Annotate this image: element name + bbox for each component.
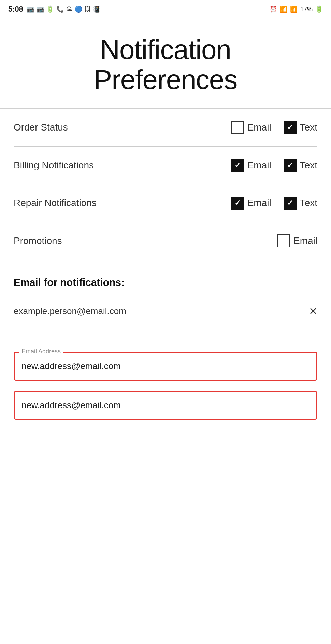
- circle-icon: 🔵: [75, 5, 82, 13]
- repair-notifications-row: Repair Notifications ✓ Email ✓ Text: [14, 184, 317, 222]
- email-address-input-wrapper: Email Address: [14, 352, 317, 381]
- billing-text-label: Text: [300, 160, 317, 171]
- voicemail-icon: 📞: [56, 5, 64, 13]
- status-icons: 📷 📷 🔋 📞 🌤 🔵 🖼 📳: [27, 5, 101, 13]
- email-section-title: Email for notifications:: [14, 277, 317, 288]
- order-status-email-option[interactable]: Email: [231, 121, 271, 134]
- existing-email-item: example.person@email.com ✕: [14, 298, 317, 324]
- repair-text-option[interactable]: ✓ Text: [284, 197, 317, 210]
- promotions-email-label: Email: [293, 235, 317, 246]
- status-left: 5:08 📷 📷 🔋 📞 🌤 🔵 🖼 📳: [8, 5, 101, 14]
- confirm-email-input-wrapper: [14, 391, 317, 420]
- billing-notifications-row: Billing Notifications ✓ Email ✓ Text: [14, 147, 317, 184]
- billing-notifications-options: ✓ Email ✓ Text: [231, 159, 317, 172]
- existing-email-text: example.person@email.com: [14, 306, 126, 317]
- app-icon: 📳: [93, 5, 101, 13]
- promotions-email-checkbox[interactable]: [277, 234, 290, 247]
- page-title-area: NotificationPreferences: [0, 18, 331, 108]
- billing-notifications-label: Billing Notifications: [14, 160, 94, 171]
- order-status-row: Order Status Email ✓ Text: [14, 109, 317, 147]
- confirm-email-input[interactable]: [15, 392, 316, 419]
- repair-email-label: Email: [247, 198, 271, 209]
- status-time: 5:08: [8, 5, 23, 14]
- notification-list: Order Status Email ✓ Text Billing Notifi…: [0, 109, 331, 260]
- email-address-input[interactable]: [15, 353, 316, 380]
- order-status-text-label: Text: [300, 122, 317, 133]
- remove-email-button[interactable]: ✕: [309, 306, 317, 317]
- order-status-options: Email ✓ Text: [231, 121, 317, 134]
- billing-text-option[interactable]: ✓ Text: [284, 159, 317, 172]
- signal-icon: 📶: [290, 5, 298, 13]
- wifi-icon: 📶: [280, 5, 287, 13]
- promotions-options: Email: [277, 234, 317, 247]
- billing-email-option[interactable]: ✓ Email: [231, 159, 271, 172]
- promotions-label: Promotions: [14, 235, 62, 246]
- confirm-email-input-group: [14, 391, 317, 420]
- check-icon: ✓: [234, 199, 241, 207]
- image-icon: 🖼: [85, 6, 91, 13]
- instagram2-icon: 📷: [37, 5, 44, 13]
- check-icon: ✓: [287, 162, 293, 169]
- email-section: Email for notifications: example.person@…: [0, 260, 331, 338]
- repair-text-checkbox[interactable]: ✓: [284, 197, 297, 210]
- order-status-text-checkbox[interactable]: ✓: [284, 121, 297, 134]
- email-address-input-group: Email Address: [14, 352, 317, 381]
- alarm-icon: ⏰: [270, 5, 277, 13]
- billing-text-checkbox[interactable]: ✓: [284, 159, 297, 172]
- check-icon: ✓: [287, 199, 293, 207]
- repair-email-option[interactable]: ✓ Email: [231, 197, 271, 210]
- billing-email-checkbox[interactable]: ✓: [231, 159, 244, 172]
- status-bar: 5:08 📷 📷 🔋 📞 🌤 🔵 🖼 📳 ⏰ 📶 📶 17% 🔋: [0, 0, 331, 18]
- check-icon: ✓: [287, 124, 293, 131]
- promotions-email-option[interactable]: Email: [277, 234, 317, 247]
- repair-text-label: Text: [300, 198, 317, 209]
- battery-save-icon: 🔋: [46, 5, 54, 13]
- repair-email-checkbox[interactable]: ✓: [231, 197, 244, 210]
- repair-notifications-label: Repair Notifications: [14, 198, 97, 209]
- repair-notifications-options: ✓ Email ✓ Text: [231, 197, 317, 210]
- email-address-float-label: Email Address: [19, 348, 63, 355]
- promotions-row: Promotions Email: [14, 222, 317, 260]
- billing-email-label: Email: [247, 160, 271, 171]
- order-status-email-label: Email: [247, 122, 271, 133]
- weather-icon: 🌤: [66, 6, 72, 13]
- order-status-email-checkbox[interactable]: [231, 121, 244, 134]
- order-status-label: Order Status: [14, 122, 68, 133]
- page-title: NotificationPreferences: [14, 35, 317, 95]
- instagram-icon: 📷: [27, 5, 34, 13]
- check-icon: ✓: [234, 162, 241, 169]
- battery-icon: 🔋: [315, 5, 323, 13]
- battery-percent: 17%: [300, 6, 313, 13]
- order-status-text-option[interactable]: ✓ Text: [284, 121, 317, 134]
- status-right: ⏰ 📶 📶 17% 🔋: [270, 5, 323, 13]
